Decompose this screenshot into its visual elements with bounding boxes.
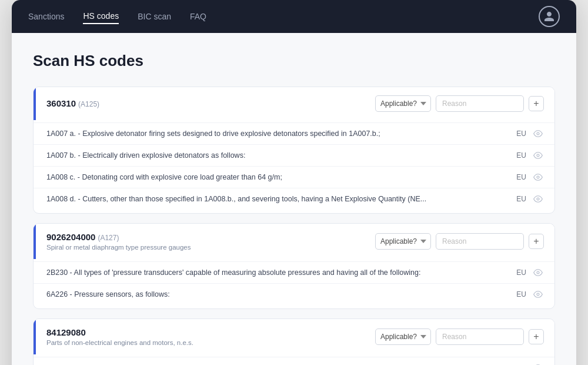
card-header-3: 84129080 Parts of non-electrical engines… (34, 319, 554, 354)
card-desc-2: Spiral or metal diaphragm type pressure … (46, 244, 191, 251)
svg-point-1 (537, 154, 539, 157)
eye-icon[interactable] (532, 362, 544, 365)
card-info-3: 84129080 Parts of non-electrical engines… (46, 327, 193, 346)
eye-icon[interactable] (532, 171, 544, 183)
hs-card-2: 9026204000(A127) Spiral or metal diaphra… (33, 223, 555, 309)
card-rows-3: 9A012 - "Unmanned aerial vehicles" ("UAV… (34, 354, 554, 365)
nav-item-hs-codes[interactable]: HS codes (83, 9, 119, 24)
reason-input-3[interactable] (436, 328, 524, 345)
eye-icon[interactable] (532, 193, 544, 205)
user-avatar[interactable] (539, 6, 560, 27)
nav-item-bic-scan[interactable]: BIC scan (138, 9, 171, 24)
card-header-1: 360310(A125) Applicable? Yes No + (34, 87, 554, 120)
card-rows-2: 2B230 - All types of 'pressure transduce… (34, 259, 554, 308)
card-rows-1: 1A007 a. - Explosive detonator firing se… (34, 120, 554, 213)
card-controls-1: Applicable? Yes No + (375, 95, 544, 112)
browser-window: Sanctions HS codes BIC scan FAQ Scan HS … (12, 0, 576, 365)
table-row: 9A012 - "Unmanned aerial vehicles" ("UAV… (34, 357, 554, 365)
applicable-select-1[interactable]: Applicable? Yes No (375, 95, 431, 112)
applicable-select-3[interactable]: Applicable? Yes No (375, 328, 431, 345)
table-row: 2B230 - All types of 'pressure transduce… (34, 261, 554, 283)
reason-input-1[interactable] (436, 95, 524, 112)
applicable-select-2[interactable]: Applicable? Yes No (375, 233, 431, 250)
card-desc-3: Parts of non-electrical engines and moto… (46, 339, 193, 346)
nav-item-faq[interactable]: FAQ (190, 9, 206, 24)
svg-point-0 (537, 132, 539, 135)
card-code-3: 84129080 (46, 327, 193, 338)
card-info-1: 360310(A125) (46, 98, 99, 109)
table-row: 1A008 c. - Detonating cord with explosiv… (34, 166, 554, 188)
card-controls-2: Applicable? Yes No + (375, 233, 544, 250)
svg-point-5 (537, 293, 539, 296)
svg-point-3 (537, 198, 539, 200)
svg-point-4 (537, 271, 539, 274)
reason-input-2[interactable] (436, 233, 524, 250)
page-title: Scan HS codes (33, 52, 555, 70)
card-header-2: 9026204000(A127) Spiral or metal diaphra… (34, 224, 554, 259)
table-row: 6A226 - Pressure sensors, as follows: EU (34, 283, 554, 305)
card-code-2: 9026204000(A127) (46, 232, 191, 243)
card-controls-3: Applicable? Yes No + (375, 328, 544, 345)
nav-items: Sanctions HS codes BIC scan FAQ (28, 9, 539, 24)
card-code-1: 360310(A125) (46, 98, 99, 109)
table-row: 1A007 b. - Electrically driven explosive… (34, 144, 554, 166)
navbar: Sanctions HS codes BIC scan FAQ (12, 0, 576, 33)
add-button-2[interactable]: + (529, 234, 544, 249)
hs-card-1: 360310(A125) Applicable? Yes No + 1A007 … (33, 87, 555, 214)
add-button-1[interactable]: + (529, 96, 544, 111)
svg-point-2 (537, 176, 539, 178)
eye-icon[interactable] (532, 288, 544, 300)
nav-item-sanctions[interactable]: Sanctions (28, 9, 64, 24)
eye-icon[interactable] (532, 128, 544, 140)
hs-card-3: 84129080 Parts of non-electrical engines… (33, 318, 555, 365)
card-info-2: 9026204000(A127) Spiral or metal diaphra… (46, 232, 191, 251)
eye-icon[interactable] (532, 150, 544, 161)
main-content: Scan HS codes 360310(A125) Applicable? Y… (12, 33, 576, 365)
table-row: 1A008 d. - Cutters, other than those spe… (34, 188, 554, 210)
eye-icon[interactable] (532, 267, 544, 278)
table-row: 1A007 a. - Explosive detonator firing se… (34, 122, 554, 144)
add-button-3[interactable]: + (529, 329, 544, 344)
